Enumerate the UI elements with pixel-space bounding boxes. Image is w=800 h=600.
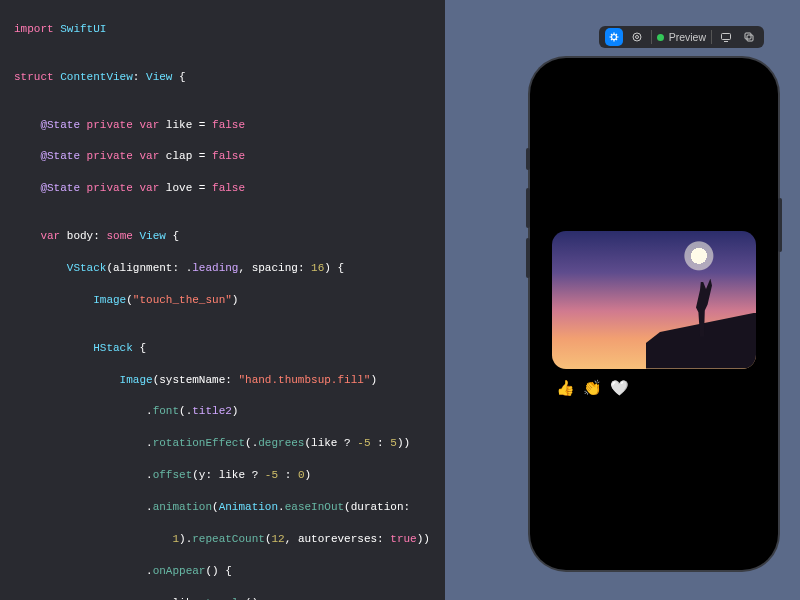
volume-down-icon: [526, 238, 530, 278]
thumbs-up-icon[interactable]: 👍: [556, 379, 575, 398]
preview-label: Preview: [669, 31, 706, 43]
svg-point-0: [611, 35, 616, 40]
device-frame: 👍 👏 🤍: [530, 58, 778, 570]
mute-switch-icon: [526, 148, 530, 170]
live-status-dot-icon: [657, 34, 664, 41]
svg-point-1: [633, 33, 641, 41]
code-editor[interactable]: import SwiftUI struct ContentView: View …: [0, 0, 445, 600]
duplicate-button[interactable]: [740, 28, 758, 46]
toolbar-separator: [651, 30, 652, 44]
svg-rect-5: [745, 33, 751, 39]
toolbar-separator: [711, 30, 712, 44]
touch-the-sun-image: [552, 231, 756, 369]
debug-button[interactable]: [605, 28, 623, 46]
heart-icon[interactable]: 🤍: [610, 379, 629, 398]
volume-up-icon: [526, 188, 530, 228]
svg-rect-3: [722, 34, 731, 40]
reaction-bar: 👍 👏 🤍: [552, 379, 756, 398]
svg-point-2: [635, 36, 638, 39]
device-screen[interactable]: 👍 👏 🤍: [540, 68, 768, 560]
device-button[interactable]: [717, 28, 735, 46]
canvas-toolbar: Preview: [599, 26, 764, 48]
aspect-button[interactable]: [628, 28, 646, 46]
power-button-icon: [778, 198, 782, 252]
clap-icon[interactable]: 👏: [583, 379, 602, 398]
svg-rect-4: [747, 35, 753, 41]
preview-pane: Preview 👍 👏 🤍: [445, 0, 800, 600]
